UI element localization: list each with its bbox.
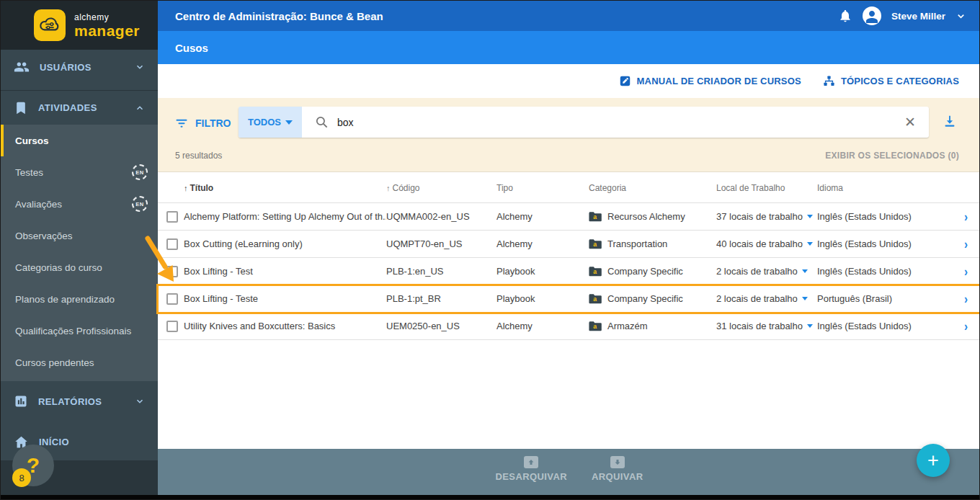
sort-ascending-icon: ↑ [184,184,188,192]
table-row[interactable]: Alchemy Platform: Setting Up Alchemy Out… [158,203,980,231]
search-scope-dropdown[interactable]: TODOS [239,107,302,138]
table-row[interactable]: Box Lifting - Test PLB-1:en_US Playbook … [158,258,980,285]
topicos-categorias-link[interactable]: TÓPICOS E CATEGORIAS [823,75,959,87]
course-category: a Company Specific [589,266,716,277]
download-button[interactable] [942,114,958,133]
arquivar-button[interactable]: ARQUIVAR [592,456,643,482]
course-language: Português (Brasil) [817,293,943,304]
svg-text:a: a [593,213,597,220]
course-code: PLB-1:pt_BR [386,293,496,304]
filter-button[interactable]: FILTRO [175,108,231,138]
sidebar-item-cursos[interactable]: Cursos [1,125,158,156]
table-row[interactable]: Box Lifting - Teste PLB-1:pt_BR Playbook… [158,285,980,313]
course-code: UEM0250-en_US [386,321,496,331]
workplaces-dropdown-icon[interactable] [807,242,813,246]
table-header-row: ↑Título ↑Código Tipo Categoria Local de … [158,173,980,203]
course-type: Alchemy [496,321,589,331]
workplaces-dropdown-icon[interactable] [807,324,813,328]
courses-table: ↑Título ↑Código Tipo Categoria Local de … [158,173,980,340]
chevron-down-icon [135,396,145,406]
category-label: Recursos Alchemy [607,211,685,222]
user-name[interactable]: Steve Miller [891,11,945,22]
sidebar-item-label: Observações [15,231,73,241]
sidebar-item-categorias-do-curso[interactable]: Categorias do curso [1,251,158,283]
people-icon [14,59,30,75]
workplaces-count: 2 locais de trabalho [716,293,798,304]
dropdown-arrow-icon [285,120,293,125]
search-input[interactable] [337,117,904,128]
clear-search-icon[interactable]: ✕ [904,115,916,129]
folder-icon: a [589,266,602,277]
category-label: Transportation [607,238,667,249]
row-checkbox[interactable] [166,238,178,250]
app-logo[interactable]: alchemy manager [1,1,158,50]
help-notification-badge: 8 [12,468,31,487]
sidebar-section-usuarios[interactable]: USUÁRIOS [1,50,158,84]
column-label: Tipo [496,183,513,193]
workplaces-cell: 40 locais de trabalho [716,238,817,249]
archive-icon [610,456,625,468]
alchemy-cloud-icon [34,9,66,41]
folder-icon: a [589,211,602,222]
sitemap-icon [823,75,835,87]
workplaces-count: 37 locais de trabalho [716,211,803,222]
sidebar-item-observacoes[interactable]: Observações [1,220,158,251]
course-type: Playbook [496,266,589,277]
alchemy-manager-window: alchemy manager USUÁRIOS ATIVIDADES Curs… [0,0,980,500]
row-open-chevron-icon[interactable]: › [964,293,968,305]
row-open-chevron-icon[interactable]: › [964,265,968,277]
en-language-badge: EN [132,164,148,180]
sidebar-item-label: Cursos [15,135,49,146]
column-header-idioma[interactable]: Idioma [817,183,943,193]
topicos-link-label: TÓPICOS E CATEGORIAS [841,76,959,86]
logo-manager: manager [74,23,140,38]
folder-icon: a [589,293,602,304]
folder-icon: a [589,321,602,331]
workplaces-dropdown-icon[interactable] [802,297,808,300]
row-open-chevron-icon[interactable]: › [964,238,968,250]
chevron-down-icon [135,62,145,72]
table-row[interactable]: Box Cutting (eLearning only) UQMPT70-en_… [158,231,980,258]
course-category: a Company Specific [589,293,716,304]
row-open-chevron-icon[interactable]: › [964,320,968,332]
workplaces-cell: 31 locais de trabalho [716,321,817,331]
row-checkbox[interactable] [166,293,178,305]
column-header-tipo[interactable]: Tipo [496,183,589,193]
desarquivar-button[interactable]: DESARQUIVAR [495,456,567,482]
row-checkbox[interactable] [166,266,178,277]
row-checkbox[interactable] [166,321,178,332]
sidebar-item-testes[interactable]: TestesEN [1,156,158,188]
sidebar-item-avaliacoes[interactable]: AvaliaçõesEN [1,188,158,220]
top-header-bar: Centro de Administração: Bunce & Bean St… [158,1,980,31]
user-menu-chevron-icon[interactable] [956,11,966,22]
workplaces-dropdown-icon[interactable] [807,215,813,218]
row-checkbox[interactable] [166,211,178,223]
sidebar-label-inicio: INÍCIO [39,437,145,447]
sidebar-item-cursos-pendentes[interactable]: Cursos pendentes [1,347,158,378]
course-language: Inglês (Estads Unidos) [817,266,943,277]
chevron-up-icon [135,103,145,113]
notifications-bell-icon[interactable] [838,9,852,23]
show-selected-button[interactable]: EXIBIR OS SELECIONADOS (0) [825,151,959,161]
category-label: Company Specific [607,293,683,304]
column-header-titulo[interactable]: ↑Título [184,183,386,193]
table-row[interactable]: Utility Knives and Boxcutters: Basics UE… [158,313,980,340]
row-open-chevron-icon[interactable]: › [964,210,968,223]
sidebar-item-planos-de-aprendizado[interactable]: Planos de aprendizado [1,283,158,315]
column-header-local[interactable]: Local de Trabalho [716,183,817,193]
course-language: Inglês (Estads Unidos) [817,321,943,331]
filter-label: FILTRO [195,117,231,129]
workplaces-dropdown-icon[interactable] [802,269,808,273]
add-course-fab[interactable]: + [917,444,950,477]
sidebar-item-label: Planos de aprendizado [15,294,115,305]
sidebar-section-atividades[interactable]: ATIVIDADES [1,90,158,125]
column-header-codigo[interactable]: ↑Código [386,183,496,193]
workplaces-cell: 2 locais de trabalho [716,266,817,277]
sidebar-section-relatorios[interactable]: RELATÓRIOS [1,384,158,419]
course-category: a Recursos Alchemy [589,211,716,222]
manual-criador-cursos-link[interactable]: MANUAL DE CRIADOR DE CURSOS [619,75,801,87]
sidebar-item-qualificacoes-profissionais[interactable]: Qualificações Profissionais [1,315,158,347]
download-icon [942,114,958,130]
column-header-categoria[interactable]: Categoria [589,183,716,193]
user-avatar-icon[interactable] [863,6,881,25]
